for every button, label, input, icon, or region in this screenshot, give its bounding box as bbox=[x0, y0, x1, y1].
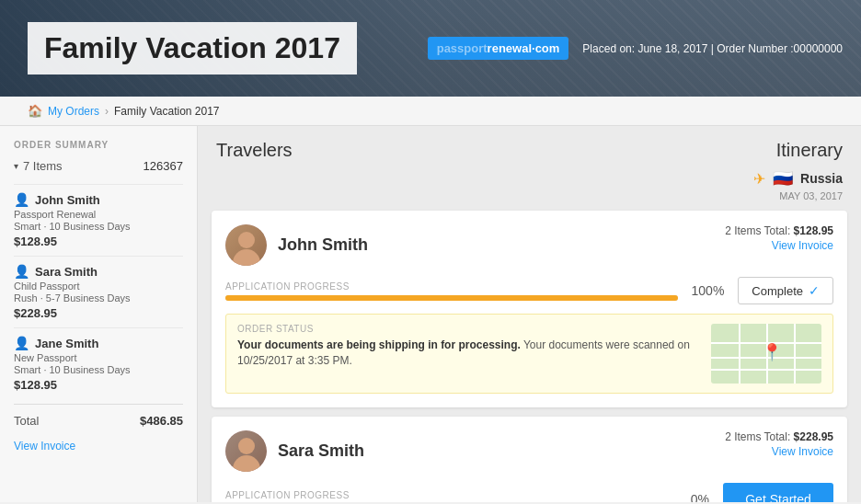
traveler-card-sara: Sara Smith 2 Items Total: $228.95 View I… bbox=[212, 417, 847, 502]
sidebar-person-jane: 👤 Jane Smith New Passport Smart · 10 Bus… bbox=[14, 327, 183, 399]
title-box: Family Vacation 2017 bbox=[28, 22, 357, 74]
john-left: John Smith bbox=[225, 224, 368, 266]
person-speed-sara: Rush · 5-7 Business Days bbox=[14, 292, 183, 304]
john-progress-percent: 100% bbox=[692, 283, 725, 298]
person-service-jane: New Passport bbox=[14, 352, 183, 363]
sidebar-summary-row: ▾ 7 Items 126367 bbox=[14, 159, 183, 173]
john-progress-label-section: APPLICATION PROGRESS bbox=[225, 281, 678, 301]
sidebar-person-sara: 👤 Sara Smith Child Passport Rush · 5-7 B… bbox=[14, 256, 183, 327]
sidebar-items-label: ▾ 7 Items bbox=[14, 159, 63, 173]
sidebar-items-code: 126367 bbox=[144, 159, 183, 173]
total-value: $486.85 bbox=[140, 414, 183, 428]
sidebar: ORDER SUMMARY ▾ 7 Items 126367 👤 John Sm… bbox=[0, 126, 198, 502]
plane-icon: ✈ bbox=[753, 170, 765, 188]
sara-progress-label-section: APPLICATION PROGRESS bbox=[225, 490, 663, 503]
complete-button[interactable]: Complete ✓ bbox=[738, 277, 833, 304]
sara-progress-percent: 0% bbox=[677, 492, 709, 502]
map-pin: 📍 bbox=[762, 341, 782, 361]
person-price-john: $128.95 bbox=[14, 235, 183, 248]
sara-name: Sara Smith bbox=[278, 441, 364, 461]
john-progress-bar-bg bbox=[225, 295, 678, 301]
sidebar-section-label: ORDER SUMMARY bbox=[14, 140, 183, 150]
travelers-title: Travelers bbox=[216, 140, 293, 161]
sara-card-header: Sara Smith 2 Items Total: $228.95 View I… bbox=[225, 430, 833, 472]
order-status-label: ORDER STATUS bbox=[237, 324, 700, 334]
john-progress-bar-fill bbox=[225, 295, 678, 301]
sidebar-person-john: 👤 John Smith Passport Renewal Smart · 10… bbox=[14, 184, 183, 256]
order-status-content: ORDER STATUS Your documents are being sh… bbox=[237, 324, 700, 369]
person-icon-sara: 👤 bbox=[14, 264, 29, 279]
john-card-header: John Smith 2 Items Total: $128.95 View I… bbox=[225, 224, 833, 266]
russia-flag-icon: 🇷🇺 bbox=[773, 168, 793, 189]
john-name: John Smith bbox=[278, 235, 368, 255]
itinerary-title: Itinerary bbox=[753, 140, 843, 161]
map-thumbnail: 📍 bbox=[711, 324, 821, 384]
john-view-invoice[interactable]: View Invoice bbox=[725, 239, 833, 252]
person-icon-jane: 👤 bbox=[14, 336, 29, 350]
itinerary-item: ✈ 🇷🇺 Russia bbox=[753, 168, 843, 189]
breadcrumb: 🏠 My Orders › Family Vacation 2017 bbox=[0, 97, 861, 126]
sara-progress-label: APPLICATION PROGRESS bbox=[225, 490, 663, 500]
page-header: Family Vacation 2017 passportrenewal·com… bbox=[0, 0, 861, 97]
total-label: Total bbox=[14, 414, 39, 428]
content-area: Travelers Itinerary ✈ 🇷🇺 Russia MAY 03, … bbox=[198, 126, 861, 502]
page-title: Family Vacation 2017 bbox=[44, 31, 340, 65]
person-price-jane: $128.95 bbox=[14, 378, 183, 392]
order-status-text: Your documents are being shipping in for… bbox=[237, 338, 700, 369]
sidebar-view-invoice[interactable]: View Invoice bbox=[14, 440, 183, 452]
itinerary-section: Itinerary ✈ 🇷🇺 Russia MAY 03, 2017 bbox=[753, 140, 843, 201]
breadcrumb-current: Family Vacation 2017 bbox=[114, 105, 220, 118]
order-info: Placed on: June 18, 2017 | Order Number … bbox=[582, 42, 843, 55]
sidebar-items-count: 7 Items bbox=[23, 159, 63, 173]
home-icon: 🏠 bbox=[28, 104, 42, 118]
john-progress-section: APPLICATION PROGRESS 100% Complete ✓ bbox=[225, 277, 833, 304]
sara-left: Sara Smith bbox=[225, 430, 364, 472]
destination-name: Russia bbox=[800, 171, 843, 186]
john-right: 2 Items Total: $128.95 View Invoice bbox=[725, 224, 833, 252]
person-price-sara: $228.95 bbox=[14, 306, 183, 320]
passport-badge: passportrenewal·com bbox=[428, 37, 569, 60]
main-layout: ORDER SUMMARY ▾ 7 Items 126367 👤 John Sm… bbox=[0, 126, 861, 502]
person-name-sara: Sara Smith bbox=[35, 265, 98, 279]
john-avatar bbox=[225, 224, 267, 266]
person-speed-john: Smart · 10 Business Days bbox=[14, 221, 183, 232]
person-speed-jane: Smart · 10 Business Days bbox=[14, 364, 183, 375]
sidebar-total-row: Total $486.85 bbox=[14, 404, 183, 437]
john-items-total: 2 Items Total: $128.95 bbox=[725, 224, 833, 237]
get-started-button[interactable]: Get Started bbox=[723, 483, 833, 502]
person-service-john: Passport Renewal bbox=[14, 209, 183, 220]
sara-view-invoice[interactable]: View Invoice bbox=[725, 445, 833, 458]
my-orders-link[interactable]: My Orders bbox=[48, 105, 99, 118]
header-meta: passportrenewal·com Placed on: June 18, … bbox=[428, 0, 843, 97]
person-name-jane: Jane Smith bbox=[35, 337, 98, 350]
sara-avatar bbox=[225, 430, 267, 472]
sara-progress-section: APPLICATION PROGRESS 0% Get Started bbox=[225, 483, 833, 502]
complete-label: Complete bbox=[752, 284, 803, 298]
person-name-john: John Smith bbox=[35, 193, 100, 207]
content-header: Travelers Itinerary ✈ 🇷🇺 Russia MAY 03, … bbox=[212, 140, 847, 201]
john-progress-label: APPLICATION PROGRESS bbox=[225, 281, 678, 292]
sara-items-total: 2 Items Total: $228.95 bbox=[725, 430, 833, 443]
check-icon: ✓ bbox=[809, 283, 820, 298]
expand-icon[interactable]: ▾ bbox=[14, 161, 18, 171]
destination-date: MAY 03, 2017 bbox=[753, 190, 843, 201]
person-icon-john: 👤 bbox=[14, 192, 29, 207]
traveler-card-john: John Smith 2 Items Total: $128.95 View I… bbox=[212, 211, 847, 407]
breadcrumb-separator: › bbox=[105, 105, 109, 118]
order-status-box: ORDER STATUS Your documents are being sh… bbox=[225, 314, 833, 394]
sara-right: 2 Items Total: $228.95 View Invoice bbox=[725, 430, 833, 458]
order-status-bold: Your documents are being shipping in for… bbox=[237, 338, 521, 351]
person-service-sara: Child Passport bbox=[14, 281, 183, 292]
